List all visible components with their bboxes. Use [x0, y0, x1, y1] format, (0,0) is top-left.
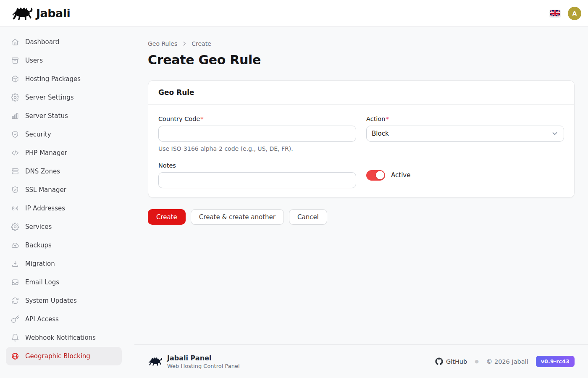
sidebar-item-label: Backups [25, 242, 52, 249]
breadcrumb-geo-rules[interactable]: Geo Rules [148, 40, 177, 47]
required-asterisk: * [386, 116, 388, 122]
sidebar-item-label: Server Status [25, 112, 68, 120]
github-link[interactable]: GitHub [435, 357, 467, 365]
active-toggle[interactable] [366, 170, 385, 181]
sidebar-item-services[interactable]: Services [6, 218, 122, 236]
sidebar-item-ip-addresses[interactable]: IP Addresses [6, 199, 122, 218]
arrow-path-icon [11, 297, 19, 305]
sidebar-item-label: API Access [25, 315, 59, 323]
page-title: Create Geo Rule [148, 52, 575, 67]
sidebar-item-email-logs[interactable]: Email Logs [6, 273, 122, 291]
github-icon [435, 357, 443, 365]
sidebar-item-label: Webhook Notifications [25, 334, 96, 341]
country-code-field-group: Country Code* Use ISO-3166 alpha-2 code … [158, 115, 356, 152]
chevron-down-icon [551, 130, 559, 137]
chart-bar-icon [11, 112, 19, 120]
archive-box-icon [11, 56, 19, 65]
sidebar-item-geographic-blocking[interactable]: Geographic Blocking [6, 347, 122, 365]
breadcrumb-create: Create [192, 40, 211, 47]
cog-icon [11, 93, 19, 102]
card-title: Geo Rule [158, 88, 194, 97]
create-and-create-another-button[interactable]: Create & create another [191, 209, 284, 225]
bell-icon [11, 333, 19, 342]
sidebar-item-ssl-manager[interactable]: SSL Manager [6, 181, 122, 199]
sidebar-item-dashboard[interactable]: Dashboard [6, 33, 122, 51]
sidebar-item-label: Hosting Packages [25, 75, 81, 83]
sidebar-item-label: Users [25, 57, 43, 64]
country-code-helper-text: Use ISO-3166 alpha-2 code (e.g., US, DE,… [158, 145, 356, 152]
toggle-knob [376, 171, 384, 179]
cancel-button[interactable]: Cancel [289, 209, 327, 225]
country-code-label: Country Code* [158, 116, 204, 122]
main-area: Geo Rules Create Create Geo Rule Geo Rul… [128, 27, 588, 378]
signal-icon [11, 204, 19, 213]
top-header: Jabali A [0, 0, 588, 27]
sidebar-item-migration[interactable]: Migration [6, 255, 122, 273]
sidebar-item-label: IP Addresses [25, 205, 65, 212]
sidebar-item-server-settings[interactable]: Server Settings [6, 88, 122, 107]
shield-check-icon [11, 130, 19, 139]
sidebar-item-label: Server Settings [25, 94, 74, 101]
user-avatar[interactable]: A [568, 7, 581, 20]
sidebar-item-php-manager[interactable]: PHP Manager [6, 144, 122, 162]
sidebar-item-dns-zones[interactable]: DNS Zones [6, 162, 122, 181]
create-button[interactable]: Create [148, 209, 186, 225]
sidebar-item-users[interactable]: Users [6, 51, 122, 70]
copyright-text: © 2026 Jabali [486, 358, 528, 365]
notes-label: Notes [158, 162, 176, 169]
card-header: Geo Rule [148, 81, 574, 105]
sidebar-item-security[interactable]: Security [6, 125, 122, 144]
cloud-arrow-up-icon [11, 241, 19, 249]
breadcrumb: Geo Rules Create [148, 40, 575, 47]
sidebar-item-backups[interactable]: Backups [6, 236, 122, 255]
sidebar-item-server-status[interactable]: Server Status [6, 107, 122, 125]
sidebar-item-label: Services [25, 223, 52, 231]
github-label: GitHub [446, 358, 467, 365]
cog-icon [11, 223, 19, 231]
sidebar-item-webhook-notifications[interactable]: Webhook Notifications [6, 328, 122, 347]
sidebar-item-system-updates[interactable]: System Updates [6, 291, 122, 310]
action-label: Action* [366, 116, 389, 122]
brand-logo[interactable]: Jabali [11, 5, 70, 21]
boar-icon [148, 356, 162, 367]
notes-input[interactable] [158, 172, 356, 188]
form-actions: Create Create & create another Cancel [148, 209, 575, 225]
home-icon [11, 38, 19, 46]
active-toggle-label: Active [391, 171, 410, 179]
sidebar-item-label: Security [25, 131, 51, 138]
sidebar-item-label: PHP Manager [25, 149, 67, 157]
inbox-icon [11, 278, 19, 286]
chevron-right-icon [181, 41, 187, 47]
brand-name: Jabali [36, 7, 70, 20]
language-flag-uk-icon[interactable] [550, 10, 560, 17]
active-field-group: Active [366, 161, 564, 188]
sidebar-item-label: Email Logs [25, 278, 59, 286]
sidebar-item-label: SSL Manager [25, 186, 66, 194]
country-code-input[interactable] [158, 126, 356, 142]
key-icon [11, 315, 19, 323]
action-select-value: Block [372, 130, 389, 137]
action-field-group: Action* Block [366, 115, 564, 152]
sidebar-nav: DashboardUsersHosting PackagesServer Set… [0, 27, 128, 378]
sidebar-item-label: Migration [25, 260, 55, 268]
page-footer: Jabali Panel Web Hosting Control Panel G… [134, 344, 588, 378]
sidebar-item-label: Dashboard [25, 38, 59, 46]
sidebar-item-label: System Updates [25, 297, 77, 304]
version-badge: v0.9-rc43 [536, 356, 575, 367]
code-bracket-icon [11, 149, 19, 157]
dot-separator: ● [475, 359, 479, 364]
sidebar-item-label: Geographic Blocking [25, 352, 90, 360]
shield-check-icon [11, 186, 19, 194]
footer-subtitle: Web Hosting Control Panel [167, 363, 240, 369]
server-stack-icon [11, 167, 19, 176]
sidebar-item-api-access[interactable]: API Access [6, 310, 122, 328]
globe-icon [11, 352, 19, 360]
geo-rule-card: Geo Rule Country Code* Use ISO-3166 alph… [148, 80, 575, 198]
action-select[interactable]: Block [366, 126, 564, 142]
cube-icon [11, 75, 19, 83]
arrow-down-tray-icon [11, 260, 19, 268]
required-asterisk: * [200, 116, 203, 122]
sidebar-item-hosting-packages[interactable]: Hosting Packages [6, 70, 122, 88]
notes-field-group: Notes [158, 161, 356, 188]
sidebar-item-label: DNS Zones [25, 168, 60, 175]
